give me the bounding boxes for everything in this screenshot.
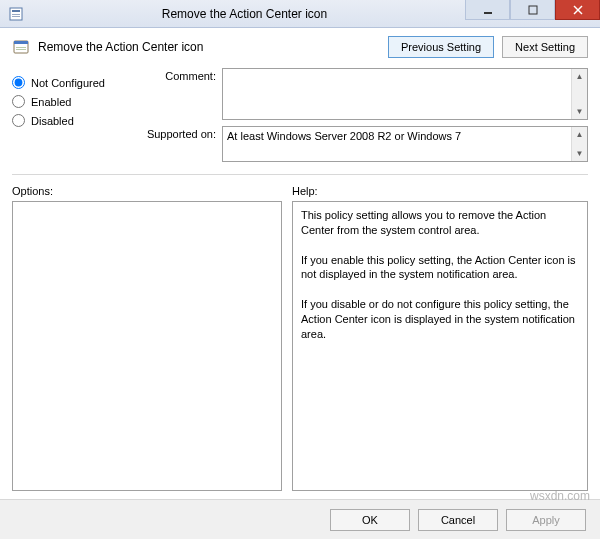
- fields: Comment: ▲ ▼ Supported on: At least Wind…: [132, 68, 588, 168]
- help-paragraph: If you disable or do not configure this …: [301, 297, 579, 342]
- svg-rect-1: [12, 10, 20, 12]
- svg-rect-4: [484, 12, 492, 14]
- help-paragraph: If you enable this policy setting, the A…: [301, 253, 579, 283]
- options-panel: Options:: [12, 185, 282, 491]
- options-box[interactable]: [12, 201, 282, 491]
- policy-title: Remove the Action Center icon: [38, 40, 388, 54]
- window-title: Remove the Action Center icon: [24, 7, 465, 21]
- close-button[interactable]: [555, 0, 600, 20]
- window-controls: [465, 0, 600, 27]
- radio-enabled-label: Enabled: [31, 96, 71, 108]
- titlebar: Remove the Action Center icon: [0, 0, 600, 28]
- apply-button[interactable]: Apply: [506, 509, 586, 531]
- options-label: Options:: [12, 185, 282, 197]
- help-label: Help:: [292, 185, 588, 197]
- footer: OK Cancel Apply: [0, 499, 600, 539]
- supported-value: At least Windows Server 2008 R2 or Windo…: [223, 127, 571, 161]
- radio-disabled-input[interactable]: [12, 114, 25, 127]
- svg-rect-5: [529, 6, 537, 14]
- svg-rect-3: [12, 16, 20, 17]
- comment-scrollbar[interactable]: ▲ ▼: [571, 69, 587, 119]
- divider: [12, 174, 588, 175]
- next-setting-button[interactable]: Next Setting: [502, 36, 588, 58]
- supported-label: Supported on:: [132, 126, 222, 140]
- scroll-up-icon[interactable]: ▲: [572, 69, 587, 84]
- previous-setting-button[interactable]: Previous Setting: [388, 36, 494, 58]
- help-panel: Help: This policy setting allows you to …: [292, 185, 588, 491]
- ok-button[interactable]: OK: [330, 509, 410, 531]
- radio-disabled[interactable]: Disabled: [12, 114, 122, 127]
- state-radio-group: Not Configured Enabled Disabled: [12, 68, 122, 168]
- radio-disabled-label: Disabled: [31, 115, 74, 127]
- radio-enabled[interactable]: Enabled: [12, 95, 122, 108]
- help-box[interactable]: This policy setting allows you to remove…: [292, 201, 588, 491]
- policy-icon: [12, 38, 30, 56]
- cancel-button[interactable]: Cancel: [418, 509, 498, 531]
- supported-textarea: At least Windows Server 2008 R2 or Windo…: [222, 126, 588, 162]
- svg-rect-2: [12, 14, 20, 15]
- supported-scrollbar[interactable]: ▲ ▼: [571, 127, 587, 161]
- maximize-button[interactable]: [510, 0, 555, 20]
- window-app-icon: [8, 6, 24, 22]
- scroll-down-icon[interactable]: ▼: [572, 146, 587, 161]
- svg-rect-10: [16, 47, 26, 48]
- radio-enabled-input[interactable]: [12, 95, 25, 108]
- svg-rect-11: [16, 49, 26, 50]
- radio-not-configured-label: Not Configured: [31, 77, 105, 89]
- minimize-button[interactable]: [465, 0, 510, 20]
- comment-value: [223, 69, 571, 119]
- header-row: Remove the Action Center icon Previous S…: [0, 28, 600, 64]
- config-area: Not Configured Enabled Disabled Comment:…: [0, 64, 600, 168]
- radio-not-configured[interactable]: Not Configured: [12, 76, 122, 89]
- radio-not-configured-input[interactable]: [12, 76, 25, 89]
- help-paragraph: This policy setting allows you to remove…: [301, 208, 579, 238]
- lower-panels: Options: Help: This policy setting allow…: [0, 181, 600, 491]
- comment-label: Comment:: [132, 68, 222, 82]
- scroll-down-icon[interactable]: ▼: [572, 104, 587, 119]
- comment-textarea[interactable]: ▲ ▼: [222, 68, 588, 120]
- scroll-up-icon[interactable]: ▲: [572, 127, 587, 142]
- svg-rect-9: [14, 41, 28, 44]
